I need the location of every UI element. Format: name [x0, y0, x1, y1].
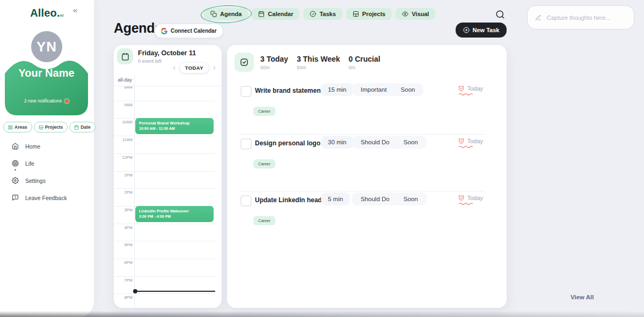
- sidebar-item-label: Leave Feedback: [25, 195, 67, 201]
- notifications-link[interactable]: 2 new notifications: [5, 98, 88, 104]
- calendar-icon-box: [117, 48, 133, 64]
- filter-date-button[interactable]: Date: [69, 122, 95, 132]
- task-duration-pill[interactable]: 30 min: [321, 136, 354, 149]
- summary-today: 3 Today 50m: [260, 55, 288, 70]
- calendar-icon: [74, 125, 79, 130]
- connect-calendar-label: Connect Calendar: [171, 28, 217, 34]
- agenda-calendar-panel: Friday, October 11 0 event left TODAY 8A…: [114, 45, 222, 308]
- feedback-icon: [12, 194, 19, 201]
- task-priority-pill[interactable]: Should Do Soon: [352, 136, 427, 149]
- layout-icon: [353, 11, 359, 17]
- tab-agenda[interactable]: Agenda: [204, 8, 248, 20]
- hour-row[interactable]: 4PM: [114, 224, 215, 242]
- task-checkbox[interactable]: [240, 195, 252, 207]
- hour-label: 1PM: [114, 173, 133, 178]
- calendar-event[interactable]: LinkedIn Profile Makeover 3:00 PM - 4:00…: [135, 206, 214, 222]
- target-icon: [12, 160, 19, 167]
- hour-row[interactable]: 12PM: [114, 153, 215, 172]
- tab-visual[interactable]: Visual: [396, 8, 435, 20]
- filter-areas-button[interactable]: Areas: [3, 122, 32, 132]
- connect-calendar-button[interactable]: Connect Calendar: [155, 24, 223, 38]
- grid-icon: [8, 125, 13, 130]
- hour-row[interactable]: 8PM: [114, 293, 215, 308]
- calendar-nav: TODAY: [171, 63, 217, 73]
- task-due-badge[interactable]: Today: [458, 194, 483, 201]
- task-checkbox[interactable]: [240, 86, 252, 97]
- today-button[interactable]: TODAY: [180, 63, 209, 73]
- hour-row[interactable]: 5PM: [114, 241, 215, 259]
- hour-row[interactable]: 11AM: [114, 136, 215, 154]
- sidebar-item-life[interactable]: Life: [12, 160, 67, 167]
- task-duration-pill[interactable]: 15 min: [321, 83, 354, 96]
- hour-row[interactable]: 1PM: [114, 171, 215, 189]
- profile-card: YN Your Name 2 new notifications: [5, 47, 88, 115]
- task-checkbox[interactable]: [240, 138, 252, 150]
- filter-label: Projects: [45, 124, 63, 130]
- hour-label: 11AM: [114, 137, 133, 142]
- pen-icon: [535, 14, 541, 21]
- tab-projects[interactable]: Projects: [346, 8, 392, 20]
- hour-row[interactable]: 6PM: [114, 259, 215, 277]
- collapse-sidebar-icon[interactable]: [72, 8, 78, 14]
- task-priority-pill[interactable]: Important Soon: [352, 83, 423, 96]
- task-tag[interactable]: Career: [253, 107, 275, 116]
- capture-thoughts-box[interactable]: [527, 5, 634, 30]
- all-day-label: all-day: [114, 77, 132, 83]
- all-day-row[interactable]: all-day: [114, 75, 222, 86]
- summary-this-week: 3 This Week 50m: [297, 55, 340, 70]
- checkbox-icon: [239, 57, 249, 67]
- new-task-button[interactable]: New Task: [456, 23, 507, 38]
- alarm-icon: [458, 137, 465, 144]
- sidebar-item-leave-feedback[interactable]: Leave Feedback: [12, 194, 67, 201]
- calendar-date-title: Friday, October 11: [138, 49, 196, 57]
- summary-minutes: 50m: [297, 65, 340, 70]
- summary-minutes: 0m: [349, 65, 380, 70]
- priority-label: Important: [361, 86, 387, 93]
- filter-label: Date: [80, 124, 90, 130]
- google-icon: [161, 28, 167, 34]
- summary-count: 0 Crucial: [349, 55, 380, 63]
- event-title: LinkedIn Profile Makeover: [139, 209, 210, 213]
- search-icon[interactable]: [495, 10, 505, 19]
- task-row: Write brand statement 15 min Important S…: [227, 82, 507, 134]
- tab-label: Tasks: [319, 11, 335, 17]
- task-duration-pill[interactable]: 5 min: [321, 193, 350, 205]
- tab-tasks[interactable]: Tasks: [303, 8, 342, 20]
- tasks-panel: 3 Today 50m 3 This Week 50m 0 Crucial 0m…: [227, 45, 507, 308]
- task-due-badge[interactable]: Today: [458, 85, 483, 92]
- task-tag[interactable]: Career: [253, 159, 275, 168]
- event-time: 10:00 AM - 11:00 AM: [139, 127, 210, 130]
- filter-projects-button[interactable]: Projects: [34, 122, 68, 132]
- calendar-event[interactable]: Personal Brand Workshop 10:00 AM - 11:00…: [135, 118, 214, 134]
- task-title[interactable]: Write brand statement: [255, 87, 323, 94]
- due-underline: [458, 93, 483, 95]
- task-list: Write brand statement 15 min Important S…: [227, 82, 507, 248]
- app-logo: Alleo.ai: [0, 7, 94, 19]
- app-window: Alleo.ai YN Your Name 2 new notification…: [0, 0, 644, 317]
- tab-label: Visual: [412, 11, 429, 17]
- next-day-icon[interactable]: [211, 65, 217, 71]
- sidebar-item-settings[interactable]: Settings: [12, 177, 67, 184]
- task-title[interactable]: Design personal logo: [255, 139, 320, 147]
- layout-icon: [39, 125, 43, 130]
- capture-thoughts-input[interactable]: [546, 14, 626, 21]
- notifications-text: 2 new notifications: [24, 98, 62, 104]
- alarm-icon: [458, 85, 465, 92]
- hour-row[interactable]: 9AM: [114, 101, 215, 119]
- urgency-label: Soon: [404, 139, 418, 145]
- task-priority-pill[interactable]: Should Do Soon: [352, 193, 427, 205]
- task-tag[interactable]: Career: [253, 216, 275, 225]
- hour-row[interactable]: 2PM: [114, 188, 215, 207]
- day-time-grid[interactable]: 8AM 9AM 10AM 11AM 12PM 1PM 2PM 3PM 4PM 5…: [114, 75, 222, 308]
- tasks-icon-box: [235, 53, 254, 72]
- avatar[interactable]: YN: [31, 31, 62, 62]
- tab-calendar[interactable]: Calendar: [252, 8, 299, 20]
- prev-day-icon[interactable]: [171, 65, 177, 71]
- check-circle-icon: [310, 11, 316, 17]
- time-column-divider: [134, 75, 135, 308]
- tasks-summary: 3 Today 50m 3 This Week 50m 0 Crucial 0m: [235, 53, 380, 72]
- sidebar-item-home[interactable]: Home: [12, 143, 67, 150]
- task-due-badge[interactable]: Today: [458, 137, 483, 144]
- tab-label: Calendar: [268, 11, 293, 17]
- view-all-link[interactable]: View All: [570, 294, 594, 300]
